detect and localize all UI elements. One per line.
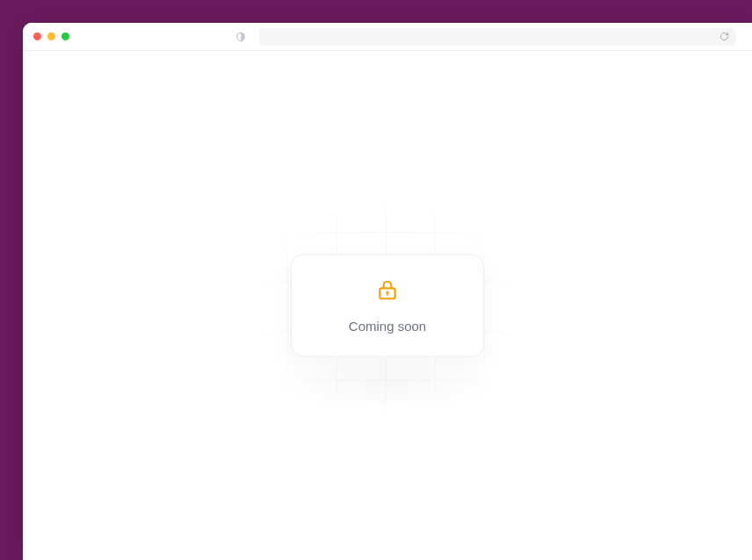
- close-window-button[interactable]: [33, 32, 41, 40]
- address-bar[interactable]: [259, 28, 736, 46]
- browser-window: Coming soon: [23, 23, 752, 560]
- window-controls: [33, 32, 69, 40]
- content-area: Coming soon: [23, 51, 752, 560]
- coming-soon-card: Coming soon: [291, 255, 484, 357]
- lock-icon: [375, 278, 400, 303]
- minimize-window-button[interactable]: [47, 32, 55, 40]
- privacy-shield-icon[interactable]: [235, 31, 247, 43]
- maximize-window-button[interactable]: [61, 32, 69, 40]
- reload-icon[interactable]: [719, 32, 729, 42]
- browser-toolbar: [23, 23, 752, 51]
- card-shadow: [273, 358, 502, 411]
- coming-soon-message: Coming soon: [349, 319, 426, 334]
